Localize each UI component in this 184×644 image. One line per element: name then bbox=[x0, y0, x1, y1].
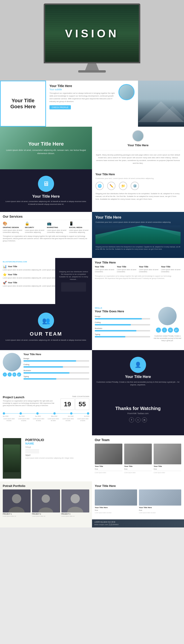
service-name-3: MARKETING bbox=[47, 226, 67, 228]
icon-edit: ✏️ bbox=[107, 182, 115, 190]
timeline-item-2: Lorem ipsum dolor sit amet. bbox=[17, 418, 30, 422]
services-grid: 🎨 GRAPHIC DESIGN Lorem ipsum dolor sit a… bbox=[3, 221, 89, 233]
profile-avatar bbox=[118, 84, 135, 100]
dark-right-title: Your Title Here bbox=[125, 375, 151, 379]
profile-right-content: Your Title Here Your subtitle Throughout… bbox=[49, 84, 135, 110]
project-label-1: PROJECT 1 bbox=[3, 513, 31, 515]
skill-item-4: Typing bbox=[95, 333, 150, 338]
skills-content: SKILLS Your Title Goes Here Design Codin… bbox=[95, 307, 181, 342]
icon-grid: 🌐 ✏️ 📁 ⚙️ bbox=[95, 182, 181, 190]
wave-svg bbox=[95, 226, 181, 244]
tl-flag-icon: 🚀 bbox=[3, 281, 7, 284]
monitor-wrap: VISION bbox=[37, 4, 147, 77]
icons-row-subtitle: Customize your text, Lorem ipsum dolor s… bbox=[95, 177, 181, 180]
col-desc-1: Lorem ipsum dolor sit amet consectetur. bbox=[95, 268, 115, 273]
bottom-role-2: Role bbox=[139, 510, 181, 511]
tskill-bar-fill-1 bbox=[23, 360, 76, 362]
dark-right-body: Customize contact Penalty. Create a risk… bbox=[95, 381, 181, 386]
dark-panel-block bbox=[61, 282, 86, 292]
profile-text: Your Title Here Your subtitle Throughout… bbox=[49, 84, 116, 110]
vision-title: VISION bbox=[65, 27, 119, 40]
team-desc-2: Lorem ipsum dolor bbox=[124, 472, 152, 473]
slide-skills: SKILLS Your Title Goes Here Design Codin… bbox=[92, 304, 184, 350]
icon-gear: ⚙️ bbox=[131, 182, 139, 190]
slide-project-launch: Project Launch Throughout our organisati… bbox=[0, 393, 92, 435]
launch-title: Project Launch bbox=[3, 396, 57, 399]
slide-your-title-dark: 👤 Your Title Here Customize contact Pena… bbox=[92, 350, 184, 393]
tl-tag1: BLUSTERCREATIONS.COM bbox=[3, 261, 27, 263]
countdown-boxes: 19 55 bbox=[60, 398, 89, 410]
mountain-shape bbox=[138, 99, 184, 122]
bottom-role-1: Role bbox=[95, 510, 137, 511]
ocean-image bbox=[95, 226, 181, 244]
team-social-g: g+ bbox=[17, 372, 21, 376]
dot-6 bbox=[87, 412, 89, 414]
dot-4 bbox=[53, 412, 56, 414]
project-photo-3 bbox=[61, 490, 89, 512]
ocean-body: Shipping and due distributes before the … bbox=[95, 246, 181, 250]
thanks-social-t: t bbox=[136, 417, 141, 422]
project-photo-2 bbox=[32, 490, 60, 512]
team-role-2: Role bbox=[124, 468, 152, 470]
bottom-photo-1 bbox=[95, 490, 137, 506]
slide-dark-mountain bbox=[138, 80, 184, 127]
team-photo-1 bbox=[95, 444, 122, 464]
slide-thanks: Thanks for Watching FromVMK Taobao.com f… bbox=[92, 393, 184, 435]
dark-right-icon: 👤 bbox=[135, 362, 142, 368]
thanks-social-in: in bbox=[142, 417, 147, 422]
col-desc-3: Lorem ipsum dolor sit amet consectetur. bbox=[139, 268, 159, 273]
social-g: g+ bbox=[174, 328, 179, 332]
dot-1 bbox=[3, 412, 5, 414]
service-icon-1: 🎨 bbox=[3, 221, 23, 226]
tskill-bar-fill-2 bbox=[23, 366, 63, 368]
team-name-2: Your Title bbox=[124, 465, 152, 467]
dark-right-content: 👤 Your Title Here Customize contact Pena… bbox=[95, 354, 181, 389]
green-body: Lorem ipsum dolor sit amet, consectetur … bbox=[4, 149, 87, 155]
monitor-stand bbox=[85, 63, 99, 70]
slide-dark-icon: 🖥 Your Title Here Lorem ipsum dolor sit … bbox=[0, 169, 92, 212]
profile-divider bbox=[95, 150, 181, 150]
timeline-items-row: Lorem ipsum dolor sit amet. Lorem ipsum … bbox=[3, 418, 89, 422]
watermark-line2: www.ooopic.com 正品3DMAX bbox=[94, 524, 119, 526]
portfolio-line4 bbox=[25, 453, 39, 453]
slide-portrait: Potrait Portfolio PROJECT 1 Lorem ipsum … bbox=[0, 482, 92, 528]
col-item-4: Your Title Lorem ipsum dolor sit amet co… bbox=[161, 266, 181, 273]
services-divider bbox=[3, 220, 89, 220]
tskill-name-4: Typing bbox=[23, 376, 89, 378]
col-item-3: Your Title Lorem ipsum dolor sit amet co… bbox=[139, 266, 159, 273]
dot-5 bbox=[70, 412, 72, 414]
title-bottom: Your Title Here bbox=[95, 484, 181, 488]
check-profile-button[interactable]: CHECK PROFILE bbox=[49, 105, 71, 110]
skill-item-1: Design bbox=[95, 315, 150, 320]
skill-bar-bg-3 bbox=[95, 330, 150, 332]
launch-text: Project Launch Throughout our organisati… bbox=[3, 396, 57, 406]
team-icon-symbol: 👥 bbox=[42, 317, 50, 324]
slide-ocean-title: Your Title Here Customize your text, Lor… bbox=[92, 212, 184, 258]
timeline-item-3: Lorem ipsum dolor sit amet. bbox=[32, 418, 45, 422]
slide-vision: VISION bbox=[0, 0, 184, 80]
tl-label-3: Your Title bbox=[8, 282, 17, 284]
skill-bar-fill-1 bbox=[95, 318, 142, 320]
tskill-1: Design bbox=[23, 358, 89, 362]
services-title: Our Services bbox=[3, 215, 89, 218]
dot-3 bbox=[36, 412, 39, 414]
bottom-desc-1: Lorem ipsum dolor sit amet bbox=[95, 512, 137, 514]
skills-icons: f t in g+ Customize contact Penalty. Cre… bbox=[154, 307, 181, 342]
project-1: PROJECT 1 Lorem ipsum dolor sit bbox=[3, 490, 31, 517]
columns-grid: Your Title Lorem ipsum dolor sit amet co… bbox=[95, 266, 181, 273]
dark-icon-title: Your Title Here bbox=[32, 194, 60, 199]
ocean-title: Your Title Here bbox=[95, 215, 181, 220]
social-f: f bbox=[156, 328, 161, 332]
svg-point-5 bbox=[12, 494, 21, 503]
services-footer: Throughout our organisation we're always… bbox=[3, 235, 89, 242]
service-desc-4: Lorem ipsum dolor sit amet consectetur a… bbox=[69, 229, 89, 233]
tdate-1: Apr 2018 bbox=[3, 416, 8, 417]
timeline-line bbox=[3, 412, 89, 414]
team-social-t: t bbox=[7, 372, 12, 376]
svg-marker-3 bbox=[95, 227, 181, 244]
portfolio-dark-img bbox=[4, 444, 20, 472]
skill-name-4: Typing bbox=[95, 333, 150, 335]
countdown-minutes: 55 bbox=[75, 398, 89, 410]
icon-globe: 🌐 bbox=[95, 182, 104, 190]
dark-right-circle: 👤 bbox=[130, 357, 146, 373]
